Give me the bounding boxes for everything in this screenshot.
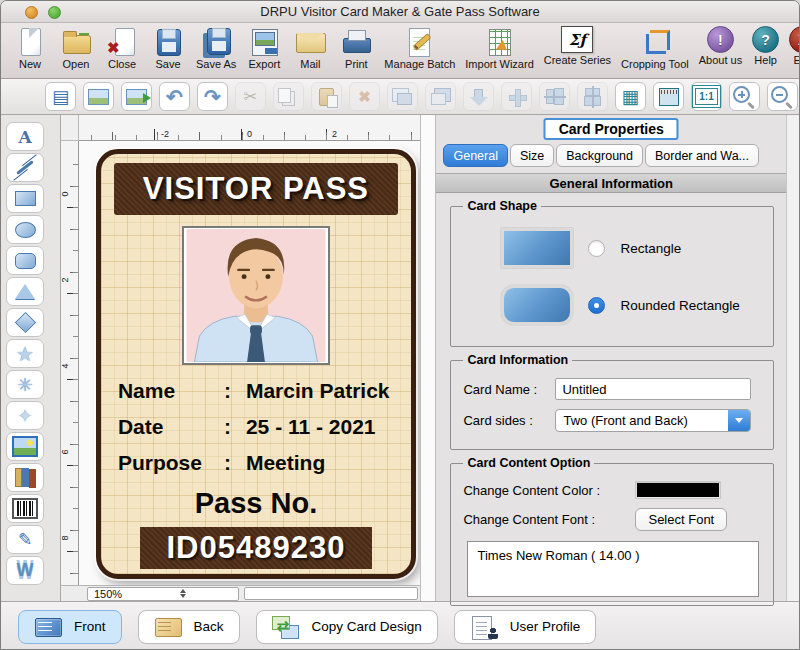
export-button[interactable]: Export xyxy=(241,26,287,70)
user-profile-button[interactable]: User Profile xyxy=(454,610,597,644)
help-button[interactable]: ? Help xyxy=(747,26,784,66)
redo-button[interactable]: ↷ xyxy=(197,82,228,111)
card-name-input[interactable] xyxy=(555,378,751,400)
copy-card-design-button[interactable]: Copy Card Design xyxy=(256,610,438,644)
zoom-level-control[interactable]: 150% xyxy=(87,587,239,601)
four-point-star-tool[interactable]: ✦ xyxy=(6,401,44,430)
card-sides-value: Two (Front and Back) xyxy=(556,413,728,428)
actual-size-button[interactable]: 1:1 xyxy=(691,82,722,111)
open-folder-icon xyxy=(58,26,94,57)
font-list-item[interactable]: Times New Roman ( 14.00 ) xyxy=(468,542,758,569)
back-card-icon xyxy=(154,615,182,639)
design-canvas[interactable]: VISITOR PASS xyxy=(79,141,421,585)
move-down-button[interactable] xyxy=(463,82,494,111)
ruler-toggle-button[interactable] xyxy=(653,82,684,111)
zoom-out-button[interactable] xyxy=(767,82,798,111)
about-us-button[interactable]: ! About us xyxy=(694,26,747,66)
toolbar-item-label: Save As xyxy=(196,58,236,70)
bring-forward-button[interactable] xyxy=(387,82,418,111)
copy-button[interactable] xyxy=(273,82,304,111)
chevron-down-icon[interactable] xyxy=(728,410,750,431)
line-tool[interactable] xyxy=(6,153,44,182)
triangle-tool[interactable] xyxy=(6,277,44,306)
clipart-tool[interactable] xyxy=(6,463,44,492)
toolbar-item-label: About us xyxy=(699,54,742,66)
undo-button[interactable]: ↶ xyxy=(159,82,190,111)
save-as-button[interactable]: Save As xyxy=(191,26,241,70)
barcode-tool[interactable] xyxy=(6,494,44,523)
card-field[interactable]: Purpose:Meeting xyxy=(118,451,411,475)
zoom-in-button[interactable] xyxy=(729,82,760,111)
stepper-up-icon[interactable] xyxy=(180,589,186,593)
tab-border-watermark[interactable]: Border and Wa... xyxy=(645,144,759,167)
card-field[interactable]: Name:Marcin Patrick xyxy=(118,379,411,403)
send-backward-button[interactable] xyxy=(425,82,456,111)
cut-button[interactable]: ✂ xyxy=(235,82,266,111)
cropping-tool-button[interactable]: Cropping Tool xyxy=(616,26,694,70)
rounded-rectangle-icon xyxy=(7,247,43,274)
close-button[interactable]: Close xyxy=(99,26,145,70)
ruler-label: 2 xyxy=(332,129,337,139)
watermark-tool[interactable]: W xyxy=(6,556,44,585)
image-export-button[interactable] xyxy=(121,82,152,111)
vertical-scrollbar[interactable] xyxy=(420,115,436,601)
manage-batch-button[interactable]: Manage Batch xyxy=(379,26,460,70)
rectangle-radio[interactable] xyxy=(588,240,605,257)
card-title-band[interactable]: VISITOR PASS xyxy=(114,163,398,215)
radio-label: Rounded Rectangle xyxy=(620,298,739,313)
card-field[interactable]: Date:25 - 11 - 2021 xyxy=(118,415,411,439)
text-tool-button[interactable]: ▤ xyxy=(45,82,76,111)
align-horizontal-button[interactable] xyxy=(539,82,570,111)
starburst-tool[interactable]: ✳ xyxy=(6,370,44,399)
paste-button[interactable] xyxy=(311,82,342,111)
diamond-icon xyxy=(7,309,43,336)
diamond-tool[interactable] xyxy=(6,308,44,337)
horizontal-scrollbar[interactable] xyxy=(244,587,419,600)
image-tool-button[interactable] xyxy=(83,82,114,111)
save-button[interactable]: Save xyxy=(145,26,191,70)
app-window: DRPU Visitor Card Maker & Gate Pass Soft… xyxy=(0,0,800,650)
rounded-rectangle-radio[interactable] xyxy=(588,297,605,314)
open-button[interactable]: Open xyxy=(53,26,99,70)
bottom-button-label: Back xyxy=(194,619,224,634)
send-backward-icon xyxy=(429,85,453,109)
pass-no-value[interactable]: ID05489230 xyxy=(140,527,372,569)
image-tool[interactable] xyxy=(6,432,44,461)
panel-scrollbar[interactable] xyxy=(786,115,799,601)
ellipse-tool[interactable] xyxy=(6,215,44,244)
text-tool[interactable]: A xyxy=(6,122,44,151)
front-side-button[interactable]: Front xyxy=(18,610,122,644)
line-icon xyxy=(7,154,43,181)
ruler-corner xyxy=(61,115,79,141)
stepper-down-icon[interactable] xyxy=(180,594,186,598)
tab-general[interactable]: General xyxy=(443,144,507,167)
print-button[interactable]: Print xyxy=(333,26,379,70)
delete-button[interactable]: ✖ xyxy=(349,82,380,111)
import-wizard-button[interactable]: Import Wizard xyxy=(460,26,538,70)
zoom-stepper[interactable] xyxy=(180,589,186,598)
card-sides-dropdown[interactable]: Two (Front and Back) xyxy=(555,409,751,432)
rounded-rectangle-tool[interactable] xyxy=(6,246,44,275)
pass-no-label[interactable]: Pass No. xyxy=(101,487,411,520)
card-name-label: Card Name : xyxy=(463,382,555,397)
back-side-button[interactable]: Back xyxy=(138,610,240,644)
exit-button[interactable]: X Exit xyxy=(784,26,800,66)
starburst-icon: ✳ xyxy=(7,371,43,398)
select-font-button[interactable]: Select Font xyxy=(635,508,727,531)
rectangle-tool[interactable] xyxy=(6,184,44,213)
center-object-button[interactable] xyxy=(501,82,532,111)
new-button[interactable]: New xyxy=(7,26,53,70)
visitor-card[interactable]: VISITOR PASS xyxy=(96,149,416,579)
align-vertical-button[interactable] xyxy=(577,82,608,111)
visitor-photo[interactable] xyxy=(182,226,330,365)
content-color-swatch[interactable] xyxy=(635,481,721,499)
star-tool[interactable]: ★ xyxy=(6,339,44,368)
tab-size[interactable]: Size xyxy=(510,144,554,167)
toolbar-item-label: Close xyxy=(108,58,136,70)
tab-background[interactable]: Background xyxy=(556,144,643,167)
font-list[interactable]: Times New Roman ( 14.00 ) xyxy=(467,541,759,597)
create-series-button[interactable]: Σƒ Create Series xyxy=(539,26,616,70)
grid-toggle-button[interactable]: ▦ xyxy=(615,82,646,111)
signature-tool[interactable]: ✎ xyxy=(6,525,44,554)
mail-button[interactable]: Mail xyxy=(287,26,333,70)
